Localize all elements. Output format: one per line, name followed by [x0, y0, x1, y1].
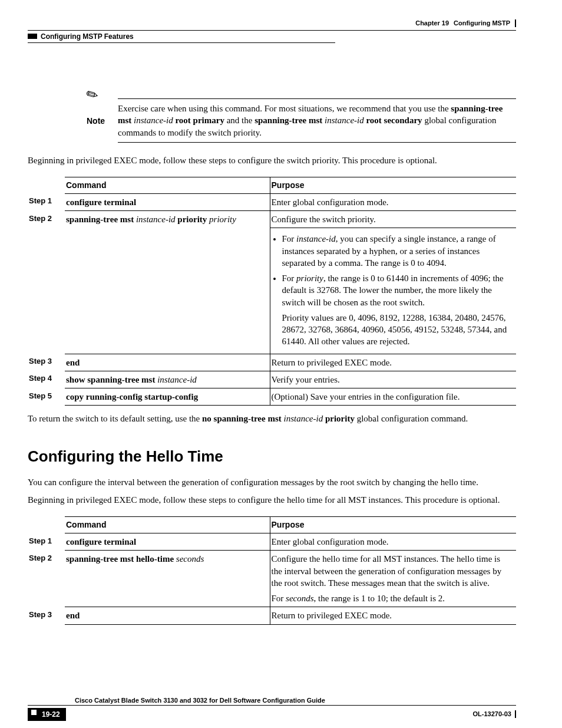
table-row: Step 2 spanning-tree mst hello-time seco… — [28, 551, 516, 607]
cell-purpose: Enter global configuration mode. — [270, 533, 516, 551]
col-purpose: Purpose — [270, 177, 516, 194]
chapter-prefix: Chapter 19 — [415, 19, 449, 28]
note-block: ✎ Note Exercise care when using this com… — [87, 85, 516, 146]
table-row: Step 2 spanning-tree mst instance-id pri… — [28, 211, 516, 228]
pencil-icon: ✎ — [82, 84, 103, 106]
section-rule — [28, 42, 335, 43]
table-row: Step 3 end Return to privileged EXEC mod… — [28, 354, 516, 371]
table-row: Step 1 configure terminal Enter global c… — [28, 533, 516, 551]
step-label: Step 1 — [28, 533, 65, 551]
table-row: Step 4 show spanning-tree mst instance-i… — [28, 371, 516, 388]
page-header: Chapter 19 Configuring MSTP — [28, 19, 516, 28]
table-header-row: Command Purpose — [28, 517, 516, 533]
step-label: Step 2 — [28, 551, 65, 607]
cell-purpose: Return to privileged EXEC mode. — [270, 607, 516, 624]
cell-command: configure terminal — [65, 193, 270, 210]
cell-purpose: Return to privileged EXEC mode. — [270, 354, 516, 371]
table-row: Step 1 configure terminal Enter global c… — [28, 193, 516, 210]
footer-bar-icon — [515, 710, 516, 718]
bullet-list: For instance-id, you can specify a singl… — [272, 233, 513, 347]
step-label: Step 3 — [28, 607, 65, 624]
header-bar-icon — [515, 19, 516, 27]
cell-command: copy running-config startup-config — [65, 388, 270, 406]
after-table-paragraph: To return the switch to its default sett… — [28, 413, 516, 424]
page-footer: Cisco Catalyst Blade Switch 3130 and 303… — [28, 696, 516, 721]
table-row: Step 3 end Return to privileged EXEC mod… — [28, 607, 516, 624]
priority-values: Priority values are 0, 4096, 8192, 12288… — [282, 312, 513, 348]
cell-purpose: (Optional) Save your entries in the conf… — [270, 388, 516, 406]
header-block-icon — [28, 34, 37, 39]
footer-page-badge: 19-22 — [28, 708, 66, 721]
step-label: Step 3 — [28, 354, 65, 371]
note-left: ✎ Note — [87, 85, 118, 146]
cell-purpose: Configure the switch priority. — [270, 211, 516, 228]
note-top-rule — [118, 98, 516, 100]
purpose-p2: For seconds, the range is 1 to 10; the d… — [272, 592, 513, 604]
cell-purpose: Verify your entries. — [270, 371, 516, 388]
header-rule — [28, 30, 516, 31]
section-title: Configuring MSTP Features — [41, 32, 134, 41]
cell-command: end — [65, 607, 270, 624]
col-purpose: Purpose — [270, 517, 516, 533]
intro-paragraph-2a: You can configure the interval between t… — [28, 476, 516, 488]
col-command: Command — [65, 517, 270, 533]
command-table-hello: Command Purpose Step 1 configure termina… — [28, 516, 516, 624]
list-item: For instance-id, you can specify a singl… — [282, 233, 513, 269]
intro-paragraph-1: Beginning in privileged EXEC mode, follo… — [28, 154, 516, 166]
intro-paragraph-2b: Beginning in privileged EXEC mode, follo… — [28, 494, 516, 506]
chapter-title: Configuring MSTP — [454, 19, 510, 28]
step-label: Step 5 — [28, 388, 65, 406]
cell-command: spanning-tree mst hello-time seconds — [65, 551, 270, 607]
cell-command: end — [65, 354, 270, 371]
section-heading-hello-time: Configuring the Hello Time — [28, 446, 516, 467]
footer-book-title: Cisco Catalyst Blade Switch 3130 and 303… — [75, 696, 516, 705]
step-label: Step 1 — [28, 193, 65, 210]
section-header: Configuring MSTP Features — [28, 32, 516, 41]
cell-purpose: Configure the hello time for all MST ins… — [270, 551, 516, 607]
note-paragraph: Exercise care when using this command. F… — [118, 103, 516, 139]
col-command: Command — [65, 177, 270, 194]
footer-square-icon — [31, 710, 37, 715]
note-bottom-rule — [118, 142, 516, 143]
command-table-priority: Command Purpose Step 1 configure termina… — [28, 177, 516, 406]
cell-command: spanning-tree mst instance-id priority p… — [65, 211, 270, 354]
table-header-row: Command Purpose — [28, 177, 516, 194]
note-label: Note — [87, 116, 105, 126]
step-label: Step 4 — [28, 371, 65, 388]
note-text: Exercise care when using this command. F… — [118, 85, 516, 146]
footer-doc-id: OL-13270-03 — [473, 710, 516, 719]
cell-purpose-detail: For instance-id, you can specify a singl… — [270, 228, 516, 354]
footer-rule — [28, 705, 516, 706]
footer-row: 19-22 OL-13270-03 — [28, 708, 516, 721]
step-label: Step 2 — [28, 211, 65, 354]
purpose-p1: Configure the hello time for all MST ins… — [272, 553, 513, 589]
list-item: For priority, the range is 0 to 61440 in… — [282, 272, 513, 348]
cell-command: show spanning-tree mst instance-id — [65, 371, 270, 388]
cell-purpose: Enter global configuration mode. — [270, 193, 516, 210]
table-row: Step 5 copy running-config startup-confi… — [28, 388, 516, 406]
cell-command: configure terminal — [65, 533, 270, 551]
